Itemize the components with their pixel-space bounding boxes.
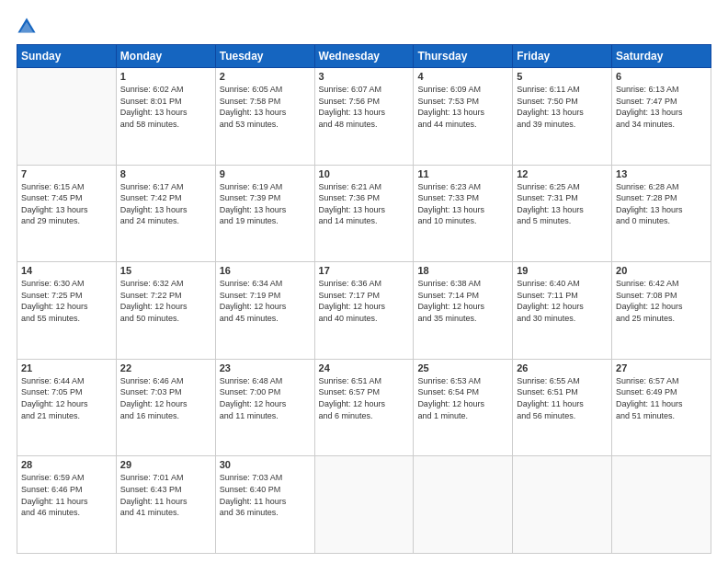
calendar-week-row: 14Sunrise: 6:30 AM Sunset: 7:25 PM Dayli…: [17, 262, 711, 360]
weekday-header: Saturday: [612, 45, 711, 68]
weekday-header: Monday: [116, 45, 215, 68]
day-info: Sunrise: 6:11 AM Sunset: 7:50 PM Dayligh…: [517, 84, 608, 130]
logo-icon: [17, 17, 37, 37]
calendar-week-row: 21Sunrise: 6:44 AM Sunset: 7:05 PM Dayli…: [17, 359, 711, 456]
day-number: 2: [220, 71, 311, 82]
day-number: 4: [417, 71, 508, 82]
calendar-week-row: 7Sunrise: 6:15 AM Sunset: 7:45 PM Daylig…: [17, 165, 711, 262]
calendar-cell: 7Sunrise: 6:15 AM Sunset: 7:45 PM Daylig…: [17, 165, 117, 262]
day-info: Sunrise: 6:57 AM Sunset: 6:49 PM Dayligh…: [616, 375, 707, 421]
calendar-cell: 20Sunrise: 6:42 AM Sunset: 7:08 PM Dayli…: [612, 262, 711, 360]
day-info: Sunrise: 6:34 AM Sunset: 7:19 PM Dayligh…: [220, 278, 311, 324]
day-info: Sunrise: 6:55 AM Sunset: 6:51 PM Dayligh…: [517, 375, 608, 421]
day-info: Sunrise: 6:05 AM Sunset: 7:58 PM Dayligh…: [220, 84, 311, 130]
day-info: Sunrise: 6:40 AM Sunset: 7:11 PM Dayligh…: [517, 278, 608, 324]
day-info: Sunrise: 6:25 AM Sunset: 7:31 PM Dayligh…: [517, 181, 608, 227]
day-info: Sunrise: 6:46 AM Sunset: 7:03 PM Dayligh…: [120, 375, 211, 421]
calendar-table: SundayMondayTuesdayWednesdayThursdayFrid…: [17, 44, 711, 554]
day-number: 9: [220, 168, 311, 179]
calendar-cell: 15Sunrise: 6:32 AM Sunset: 7:22 PM Dayli…: [116, 262, 215, 360]
calendar-cell: 17Sunrise: 6:36 AM Sunset: 7:17 PM Dayli…: [314, 262, 414, 360]
calendar-cell: 27Sunrise: 6:57 AM Sunset: 6:49 PM Dayli…: [612, 359, 711, 456]
calendar-cell: 23Sunrise: 6:48 AM Sunset: 7:00 PM Dayli…: [215, 359, 314, 456]
day-number: 11: [417, 168, 508, 179]
day-number: 3: [319, 71, 410, 82]
calendar-cell: 22Sunrise: 6:46 AM Sunset: 7:03 PM Dayli…: [116, 359, 215, 456]
weekday-header: Thursday: [414, 45, 513, 68]
calendar-header-row: SundayMondayTuesdayWednesdayThursdayFrid…: [17, 45, 711, 68]
day-number: 6: [616, 71, 707, 82]
day-info: Sunrise: 6:13 AM Sunset: 7:47 PM Dayligh…: [616, 84, 707, 130]
calendar-cell: 13Sunrise: 6:28 AM Sunset: 7:28 PM Dayli…: [612, 165, 711, 262]
day-info: Sunrise: 7:01 AM Sunset: 6:43 PM Dayligh…: [120, 472, 211, 518]
calendar-cell: 9Sunrise: 6:19 AM Sunset: 7:39 PM Daylig…: [215, 165, 314, 262]
day-info: Sunrise: 6:32 AM Sunset: 7:22 PM Dayligh…: [120, 278, 211, 324]
day-number: 27: [616, 362, 707, 373]
day-info: Sunrise: 6:36 AM Sunset: 7:17 PM Dayligh…: [319, 278, 410, 324]
day-number: 26: [517, 362, 608, 373]
day-number: 13: [616, 168, 707, 179]
day-info: Sunrise: 6:02 AM Sunset: 8:01 PM Dayligh…: [120, 84, 211, 130]
day-number: 8: [120, 168, 211, 179]
day-number: 1: [120, 71, 211, 82]
weekday-header: Sunday: [17, 45, 117, 68]
day-info: Sunrise: 6:23 AM Sunset: 7:33 PM Dayligh…: [417, 181, 508, 227]
day-number: 15: [120, 265, 211, 276]
day-number: 16: [220, 265, 311, 276]
calendar-cell: [17, 68, 117, 166]
day-info: Sunrise: 6:09 AM Sunset: 7:53 PM Dayligh…: [417, 84, 508, 130]
header: [17, 17, 711, 37]
day-number: 29: [120, 459, 211, 470]
calendar-cell: [414, 456, 513, 554]
day-info: Sunrise: 6:19 AM Sunset: 7:39 PM Dayligh…: [220, 181, 311, 227]
weekday-header: Wednesday: [314, 45, 414, 68]
calendar-cell: 18Sunrise: 6:38 AM Sunset: 7:14 PM Dayli…: [414, 262, 513, 360]
day-number: 12: [517, 168, 608, 179]
calendar-cell: 3Sunrise: 6:07 AM Sunset: 7:56 PM Daylig…: [314, 68, 414, 166]
day-info: Sunrise: 6:51 AM Sunset: 6:57 PM Dayligh…: [319, 375, 410, 421]
day-info: Sunrise: 6:48 AM Sunset: 7:00 PM Dayligh…: [220, 375, 311, 421]
day-number: 28: [21, 459, 112, 470]
day-number: 18: [417, 265, 508, 276]
calendar-cell: 24Sunrise: 6:51 AM Sunset: 6:57 PM Dayli…: [314, 359, 414, 456]
day-number: 5: [517, 71, 608, 82]
calendar-cell: [314, 456, 414, 554]
calendar-cell: 26Sunrise: 6:55 AM Sunset: 6:51 PM Dayli…: [513, 359, 612, 456]
day-info: Sunrise: 6:53 AM Sunset: 6:54 PM Dayligh…: [417, 375, 508, 421]
logo: [17, 17, 40, 37]
page: SundayMondayTuesdayWednesdayThursdayFrid…: [0, 0, 728, 563]
calendar-cell: 25Sunrise: 6:53 AM Sunset: 6:54 PM Dayli…: [414, 359, 513, 456]
calendar-cell: [513, 456, 612, 554]
weekday-header: Friday: [513, 45, 612, 68]
calendar-cell: 16Sunrise: 6:34 AM Sunset: 7:19 PM Dayli…: [215, 262, 314, 360]
calendar-cell: 30Sunrise: 7:03 AM Sunset: 6:40 PM Dayli…: [215, 456, 314, 554]
calendar-cell: 8Sunrise: 6:17 AM Sunset: 7:42 PM Daylig…: [116, 165, 215, 262]
day-number: 19: [517, 265, 608, 276]
calendar-week-row: 1Sunrise: 6:02 AM Sunset: 8:01 PM Daylig…: [17, 68, 711, 166]
calendar-cell: [612, 456, 711, 554]
day-number: 7: [21, 168, 112, 179]
day-number: 10: [319, 168, 410, 179]
calendar-cell: 12Sunrise: 6:25 AM Sunset: 7:31 PM Dayli…: [513, 165, 612, 262]
day-number: 21: [21, 362, 112, 373]
day-info: Sunrise: 6:07 AM Sunset: 7:56 PM Dayligh…: [319, 84, 410, 130]
day-number: 24: [319, 362, 410, 373]
day-number: 20: [616, 265, 707, 276]
day-info: Sunrise: 6:59 AM Sunset: 6:46 PM Dayligh…: [21, 472, 112, 518]
calendar-cell: 21Sunrise: 6:44 AM Sunset: 7:05 PM Dayli…: [17, 359, 117, 456]
day-info: Sunrise: 6:17 AM Sunset: 7:42 PM Dayligh…: [120, 181, 211, 227]
day-info: Sunrise: 6:15 AM Sunset: 7:45 PM Dayligh…: [21, 181, 112, 227]
calendar-cell: 28Sunrise: 6:59 AM Sunset: 6:46 PM Dayli…: [17, 456, 117, 554]
day-info: Sunrise: 6:21 AM Sunset: 7:36 PM Dayligh…: [319, 181, 410, 227]
calendar-cell: 1Sunrise: 6:02 AM Sunset: 8:01 PM Daylig…: [116, 68, 215, 166]
calendar-cell: 2Sunrise: 6:05 AM Sunset: 7:58 PM Daylig…: [215, 68, 314, 166]
calendar-cell: 19Sunrise: 6:40 AM Sunset: 7:11 PM Dayli…: [513, 262, 612, 360]
day-info: Sunrise: 7:03 AM Sunset: 6:40 PM Dayligh…: [220, 472, 311, 518]
day-number: 17: [319, 265, 410, 276]
calendar-cell: 4Sunrise: 6:09 AM Sunset: 7:53 PM Daylig…: [414, 68, 513, 166]
day-info: Sunrise: 6:44 AM Sunset: 7:05 PM Dayligh…: [21, 375, 112, 421]
day-number: 25: [417, 362, 508, 373]
day-info: Sunrise: 6:28 AM Sunset: 7:28 PM Dayligh…: [616, 181, 707, 227]
calendar-cell: 29Sunrise: 7:01 AM Sunset: 6:43 PM Dayli…: [116, 456, 215, 554]
calendar-cell: 11Sunrise: 6:23 AM Sunset: 7:33 PM Dayli…: [414, 165, 513, 262]
